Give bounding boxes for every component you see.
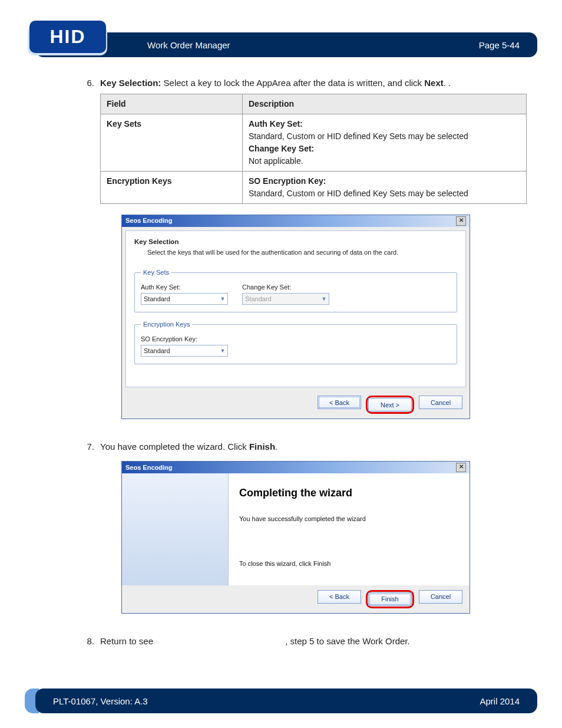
step-6-text: Key Selection: Select a key to lock the … [100, 77, 527, 432]
page-body: 6. Key Selection: Select a key to lock t… [77, 77, 527, 656]
step-6: 6. Key Selection: Select a key to lock t… [77, 77, 527, 432]
th-field: Field [101, 94, 243, 114]
legend-encryption-keys: Encryption Keys [141, 319, 192, 330]
dialog-titlebar: Seos Encoding ✕ [122, 215, 470, 227]
label-change-key-set: Change Key Set: [242, 282, 329, 292]
dialog-button-row: < Back Finish Cancel [122, 585, 470, 613]
dialog-key-selection: Seos Encoding ✕ Key Selection Select the… [121, 215, 470, 420]
cancel-button[interactable]: Cancel [419, 396, 462, 409]
chevron-down-icon: ▼ [219, 347, 226, 355]
dialog-subheading: Select the keys that will be used for th… [147, 248, 457, 258]
step-7-text: You have completed the wizard. Click Fin… [100, 440, 527, 627]
step-7: 7. You have completed the wizard. Click … [77, 440, 527, 627]
wizard-side-graphic [122, 473, 229, 585]
step-7-num: 7. [77, 440, 100, 627]
step-8: 8. Return to see , step 5 to save the Wo… [77, 635, 527, 648]
wizard-complete-heading: Completing the wizard [239, 485, 459, 501]
footer-doc-id: PLT-01067, Version: A.3 [53, 696, 148, 706]
label-auth-key-set: Auth Key Set: [141, 282, 228, 292]
header-page-label: Page 5-44 [479, 40, 520, 50]
table-row: Encryption Keys SO Encryption Key: Stand… [101, 171, 527, 203]
th-description: Description [243, 94, 527, 114]
cell-keysets: Key Sets [107, 119, 141, 129]
dialog-title-text: Seos Encoding [125, 216, 172, 226]
step-8-num: 8. [77, 635, 100, 648]
combo-so-encryption-key[interactable]: Standard ▼ [141, 345, 228, 357]
header-title: Work Order Manager [147, 40, 230, 50]
combo-change-key-set: Standard ▼ [242, 293, 329, 305]
step-8-text: Return to see , step 5 to save the Work … [100, 635, 527, 648]
close-icon[interactable]: ✕ [456, 463, 466, 472]
footer-date: April 2014 [480, 696, 520, 706]
dialog-heading: Key Selection [134, 237, 457, 247]
next-button[interactable]: Next > [368, 398, 412, 411]
wizard-complete-line1: You have successfully completed the wiza… [239, 514, 459, 524]
step-7-bold-finish: Finish [249, 442, 275, 452]
cancel-button[interactable]: Cancel [419, 590, 462, 604]
fields-table: Field Description Key Sets Auth Key Set:… [100, 94, 527, 204]
legend-keysets: Key Sets [141, 268, 171, 278]
dialog-titlebar: Seos Encoding ✕ [122, 462, 470, 473]
chevron-down-icon: ▼ [320, 295, 328, 304]
dialog-finish-wizard: Seos Encoding ✕ Completing the wizard Yo… [121, 461, 470, 614]
combo-auth-key-set[interactable]: Standard ▼ [141, 293, 228, 305]
dialog-button-row: < Back Next > Cancel [122, 391, 470, 419]
step-6-bold-next: Next [424, 78, 444, 88]
hid-logo: HID [29, 21, 106, 53]
group-keysets: Key Sets Auth Key Set: Standard ▼ [134, 268, 457, 312]
finish-button[interactable]: Finish [368, 592, 412, 606]
highlight-ring: Finish [366, 590, 414, 608]
wizard-complete-line2: To close this wizard, click Finish [239, 559, 459, 569]
highlight-ring: Next > [366, 396, 414, 414]
back-button[interactable]: < Back [318, 590, 361, 604]
header-banner: Work Order Manager Page 5-44 [35, 32, 537, 57]
footer-bar: PLT-01067, Version: A.3 April 2014 [35, 689, 537, 713]
cell-encryption-keys: Encryption Keys [107, 176, 171, 186]
close-icon[interactable]: ✕ [456, 216, 466, 226]
step-6-num: 6. [77, 77, 100, 432]
label-so-encryption-key: SO Encryption Key: [141, 334, 228, 344]
group-encryption-keys: Encryption Keys SO Encryption Key: Stand… [134, 319, 457, 364]
chevron-down-icon: ▼ [219, 295, 226, 304]
back-button[interactable]: < Back [318, 396, 361, 409]
step-6-bold-prefix: Key Selection: [100, 78, 161, 88]
table-row: Key Sets Auth Key Set: Standard, Custom … [101, 114, 527, 171]
dialog-title-text: Seos Encoding [125, 463, 172, 473]
